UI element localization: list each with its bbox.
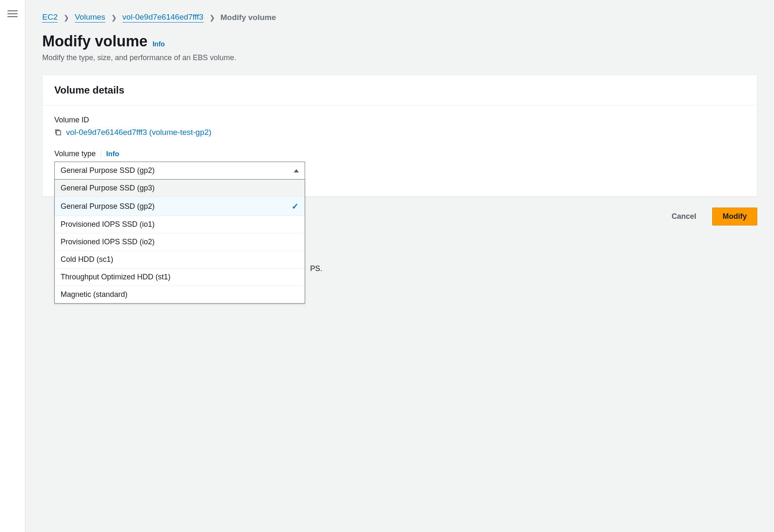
- menu-icon[interactable]: [8, 8, 18, 532]
- option-label: Cold HDD (sc1): [61, 255, 113, 264]
- breadcrumb-current: Modify volume: [221, 13, 276, 22]
- breadcrumb-volumes[interactable]: Volumes: [75, 13, 105, 23]
- volume-id-link[interactable]: vol-0e9d7e6146ed7fff3 (volume-test-gp2): [66, 128, 211, 137]
- option-label: Throughput Optimized HDD (st1): [61, 273, 171, 281]
- page-title: Modify volume: [42, 33, 148, 50]
- option-label: General Purpose SSD (gp2): [61, 202, 155, 211]
- truncated-text: PS.: [310, 264, 322, 273]
- option-label: General Purpose SSD (gp3): [61, 184, 155, 193]
- breadcrumb: EC2 ❯ Volumes ❯ vol-0e9d7e6146ed7fff3 ❯ …: [42, 13, 757, 23]
- divider: [101, 150, 101, 158]
- modify-button[interactable]: Modify: [712, 208, 757, 225]
- copy-icon[interactable]: [54, 129, 62, 136]
- caret-up-icon: [294, 169, 299, 172]
- volume-type-select[interactable]: General Purpose SSD (gp2): [54, 162, 305, 180]
- breadcrumb-ec2[interactable]: EC2: [42, 13, 58, 23]
- panel-title: Volume details: [54, 84, 745, 96]
- volume-type-option[interactable]: Provisioned IOPS SSD (io1): [55, 216, 305, 233]
- volume-details-panel: Volume details Volume ID vol-0e9d7e6146e…: [42, 75, 757, 197]
- volume-id-label: Volume ID: [54, 116, 745, 124]
- breadcrumb-volume-id[interactable]: vol-0e9d7e6146ed7fff3: [122, 13, 204, 23]
- svg-rect-0: [56, 131, 61, 135]
- volume-type-option[interactable]: General Purpose SSD (gp2)✓: [55, 197, 305, 216]
- volume-type-dropdown: General Purpose SSD (gp3)General Purpose…: [54, 180, 305, 304]
- volume-type-label: Volume type: [54, 149, 96, 158]
- chevron-right-icon: ❯: [111, 14, 117, 22]
- option-label: Magnetic (standard): [61, 290, 127, 299]
- volume-type-option[interactable]: Provisioned IOPS SSD (io2): [55, 233, 305, 251]
- volume-type-option[interactable]: Throughput Optimized HDD (st1): [55, 269, 305, 286]
- volume-type-selected: General Purpose SSD (gp2): [61, 166, 155, 175]
- option-label: Provisioned IOPS SSD (io2): [61, 238, 155, 246]
- volume-type-option[interactable]: Cold HDD (sc1): [55, 251, 305, 269]
- volume-type-option[interactable]: General Purpose SSD (gp3): [55, 180, 305, 197]
- info-link[interactable]: Info: [153, 41, 165, 48]
- cancel-button[interactable]: Cancel: [662, 208, 706, 225]
- page-subtitle: Modify the type, size, and performance o…: [42, 53, 757, 62]
- chevron-right-icon: ❯: [209, 14, 215, 22]
- option-label: Provisioned IOPS SSD (io1): [61, 220, 155, 229]
- check-icon: ✓: [292, 201, 299, 211]
- volume-type-option[interactable]: Magnetic (standard): [55, 286, 305, 303]
- chevron-right-icon: ❯: [64, 14, 69, 22]
- volume-type-info-link[interactable]: Info: [106, 150, 119, 158]
